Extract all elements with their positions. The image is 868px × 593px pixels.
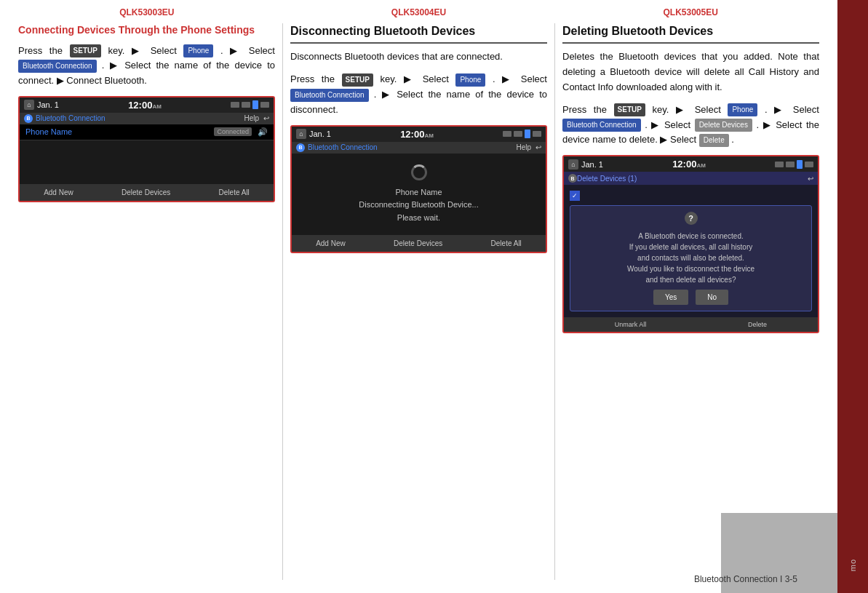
col1-title-bar-right: Help ↩ <box>244 114 269 122</box>
screen-icon-1 <box>231 102 239 108</box>
col2-screen-header-left: ⌂ Jan. 1 <box>296 129 331 139</box>
col3-checkbox-row: ✓ <box>570 191 812 201</box>
col2-setup-badge: SETUP <box>342 73 373 87</box>
screen-icon-7 <box>525 130 530 138</box>
col3-press-text: Press the <box>562 104 607 115</box>
ref-num-mid: QLK53004EU <box>283 7 555 17</box>
col1-screen-title: Bluetooth Connection <box>36 114 105 122</box>
screen-icon-11 <box>797 160 803 169</box>
col2-phone-badge: Phone <box>455 73 485 87</box>
dialog-question-icon: ? <box>685 212 698 225</box>
bt-circle-3: B <box>568 174 577 183</box>
col1-title: Connecting Devices Through the Phone Set… <box>18 23 275 38</box>
col2-screen-icons <box>503 130 541 138</box>
col1-screen-header-left: ⌂ Jan. 1 <box>24 100 59 110</box>
col3-screen-icons <box>775 160 813 169</box>
screen-icon-12 <box>805 162 813 167</box>
col1-back: ↩ <box>263 114 269 122</box>
col3-footer-btn2[interactable]: Delete <box>744 319 771 330</box>
col3-checkbox: ✓ <box>570 191 580 201</box>
main-content: QLK53003EU QLK53004EU QLK53005EU Connect… <box>0 0 837 593</box>
col1-btn2[interactable]: Delete Devices <box>116 187 176 198</box>
col3-screen-header-left: ⌂ Jan. 1 <box>568 159 603 170</box>
col3-body1: Deletes the Bluetooth devices that you a… <box>562 49 819 95</box>
screen-icon-10 <box>786 162 795 167</box>
home-icon-2: ⌂ <box>296 129 306 139</box>
dialog-yes-button[interactable]: Yes <box>653 290 688 305</box>
col1-body: Press the SETUP key. ▶ Select Phone . ▶ … <box>18 44 275 89</box>
ref-num-right: QLK53005EU <box>554 7 827 17</box>
col2-text2: . ▶ Select <box>493 73 547 84</box>
col1-text2: . ▶ Select <box>220 45 275 56</box>
col2-disconnect-text: Phone Name Disconnecting Bluetooth Devic… <box>359 186 478 225</box>
col2-title-text: Disconnecting Bluetooth Devices <box>290 25 475 37</box>
col2-press-text: Press the <box>290 73 335 84</box>
col1-help: Help <box>244 114 259 122</box>
col2-body2: Press the SETUP key. ▶ Select Phone . ▶ … <box>290 72 547 117</box>
col1-phone-row: Phone Name Connected 🔊 <box>20 124 274 140</box>
dialog-text1: A Bluetooth device is connected. <box>576 231 805 242</box>
col2-btn3[interactable]: Delete All <box>485 238 527 249</box>
col1-screen-date: Jan. 1 <box>37 100 59 109</box>
col3-screen: ⌂ Jan. 1 12:00AM B Delete Devices (1) ↩ <box>562 155 819 333</box>
screen-icon-5 <box>503 131 511 137</box>
home-icon-3: ⌂ <box>568 159 578 170</box>
col1-screen-header: ⌂ Jan. 1 12:00AM <box>20 97 274 113</box>
sidebar-label: mo <box>848 559 857 571</box>
col1-screen-time: 12:00AM <box>128 100 162 111</box>
col2-screen-header: ⌂ Jan. 1 12:00AM <box>292 127 546 142</box>
col1-connected: Connected <box>214 127 252 136</box>
col3-text3: . ▶ Select <box>645 119 690 130</box>
col3-back: ↩ <box>808 175 813 183</box>
col1-text1: key. ▶ Select <box>108 45 177 56</box>
dialog-text4: Would you like to disconnect the device <box>576 263 805 274</box>
col2-disconnect-line1: Disconnecting Bluetooth Device... <box>359 200 478 209</box>
col2-btn1[interactable]: Add New <box>310 238 351 249</box>
col3-text2: . ▶ Select <box>765 104 819 115</box>
col3-dialog: ? A Bluetooth device is connected. If yo… <box>570 205 812 311</box>
col3-title-text: Deleting Bluetooth Devices <box>562 25 713 37</box>
screen-icon-6 <box>514 131 522 137</box>
col-disconnecting: Disconnecting Bluetooth Devices Disconne… <box>283 23 555 580</box>
col1-phone-badge: Phone <box>183 44 213 57</box>
screen-icon-4 <box>260 102 269 108</box>
col3-screen-header: ⌂ Jan. 1 12:00AM <box>564 156 818 172</box>
col3-delete-badge: Delete <box>699 134 729 147</box>
dialog-text3: and contacts will also be deleted. <box>576 252 805 263</box>
col1-bt-badge: Bluetooth Connection <box>18 60 97 73</box>
col1-screen-footer: Add New Delete Devices Delete All <box>20 184 274 201</box>
col-connecting: Connecting Devices Through the Phone Set… <box>11 23 283 580</box>
col2-title-bar-right: Help ↩ <box>516 143 541 151</box>
col1-speaker: 🔊 <box>258 127 268 137</box>
ref-numbers-row: QLK53003EU QLK53004EU QLK53005EU <box>11 7 827 17</box>
col3-text5: . <box>731 134 734 145</box>
col1-screen-title-bar: B Bluetooth Connection Help ↩ <box>20 113 274 124</box>
screen-icon-3 <box>252 100 258 109</box>
col2-disconnect-line2: Please wait. <box>397 213 440 222</box>
col1-screen-icons <box>231 100 269 109</box>
col2-btn2[interactable]: Delete Devices <box>388 238 448 249</box>
col2-screen-body: Phone Name Disconnecting Bluetooth Devic… <box>292 154 546 236</box>
col1-screen: ⌂ Jan. 1 12:00AM B Bluetooth Connection <box>18 96 275 202</box>
col1-press-text: Press the <box>18 45 63 56</box>
col3-screen-title: Delete Devices (1) <box>577 175 637 183</box>
col2-screen-title: Bluetooth Connection <box>308 143 378 151</box>
col1-btn1[interactable]: Add New <box>38 187 79 198</box>
col3-setup-badge: SETUP <box>614 103 645 116</box>
col3-footer-btn1[interactable]: Unmark All <box>610 319 651 330</box>
columns: Connecting Devices Through the Phone Set… <box>11 23 827 580</box>
col3-screen-body: ✓ ? A Bluetooth device is connected. If … <box>564 185 818 317</box>
col1-btn3[interactable]: Delete All <box>213 187 255 198</box>
col3-del-badge: Delete Devices <box>695 119 752 132</box>
col2-body1: Disconnects Bluetooth devices that are c… <box>290 49 547 65</box>
screen-icon-8 <box>533 131 541 137</box>
col3-bt-badge: Bluetooth Connection <box>562 119 641 132</box>
col2-screen-time: 12:00AM <box>400 129 434 140</box>
spinner <box>411 164 427 180</box>
col2-screen-date: Jan. 1 <box>309 130 331 138</box>
dialog-text5: and then delete all devices? <box>576 274 805 285</box>
dialog-no-button[interactable]: No <box>696 290 728 305</box>
col2-text1: key. ▶ Select <box>381 73 449 84</box>
col3-screen-date: Jan. 1 <box>581 160 603 169</box>
col2-back: ↩ <box>535 143 541 151</box>
